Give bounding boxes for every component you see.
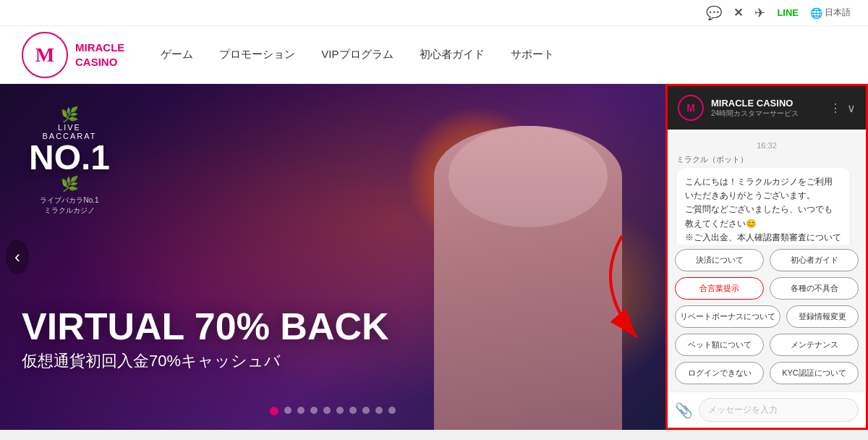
dot-10[interactable] — [388, 407, 396, 414]
dot-2[interactable] — [284, 407, 292, 414]
twitter-icon[interactable]: ✕ — [733, 6, 743, 20]
chat-btn-payment[interactable]: 決済について — [675, 249, 764, 271]
chat-time-1: 16:32 — [676, 141, 857, 150]
chat-panel: M MIRACLE CASINO 24時間カスタマーサービス ⋮ ∨ 16:32… — [665, 84, 868, 430]
chat-header-buttons: ⋮ ∨ — [830, 101, 856, 115]
badge-sub2: ミラクルカジノ — [29, 206, 110, 216]
nav-item-promo[interactable]: プロモーション — [219, 48, 295, 62]
lang-text: 日本語 — [825, 7, 851, 19]
dot-9[interactable] — [375, 407, 383, 414]
chat-icon[interactable]: 💬 — [706, 5, 722, 21]
hero-prev-arrow[interactable]: ‹ — [6, 240, 29, 274]
chat-btn-beginner[interactable]: 初心者ガイド — [770, 249, 859, 271]
telegram-icon[interactable]: ✈ — [754, 5, 765, 21]
top-bar: 💬 ✕ ✈ LINE 🌐 日本語 — [0, 0, 868, 26]
badge-no1: NO.1 — [29, 140, 110, 175]
chat-btn-row-2: 合言葉提示 各種の不具合 — [675, 277, 859, 300]
main-content: ₿ ₿ 🌿 LIVE BACCARAT NO.1 🌿 ライブバカラNo.1 ミラ… — [0, 84, 868, 430]
dot-5[interactable] — [323, 407, 331, 414]
woman-figure — [434, 126, 622, 430]
nav-menu: ゲーム プロモーション VIPプログラム 初心者ガイド サポート — [161, 48, 553, 62]
nav-item-support[interactable]: サポート — [511, 48, 554, 62]
line-label[interactable]: LINE — [777, 7, 799, 18]
chat-footer: 📎 メッセージを入力 — [668, 392, 866, 428]
logo-text: MIRACLE CASINO — [75, 41, 124, 69]
badge-leaf-top: 🌿 — [29, 106, 110, 123]
badge-live: LIVE — [29, 123, 110, 132]
hero-title: VIRTUAL 70% BACK — [22, 306, 389, 347]
hero-dots — [270, 407, 396, 415]
hero-text-area: VIRTUAL 70% BACK 仮想通貨初回入金70%キャッシュバ — [22, 306, 389, 372]
dot-3[interactable] — [297, 407, 305, 414]
chat-bubble: こんにちは！ミラクルカジノをご利用いただきありがとうございます。ご質問などござい… — [676, 168, 850, 245]
chat-logo: M — [678, 95, 704, 121]
dot-8[interactable] — [362, 407, 370, 414]
chat-btn-row-4: ベット額について メンテナンス — [675, 334, 859, 356]
dot-4[interactable] — [310, 407, 318, 414]
chat-input[interactable]: メッセージを入力 — [699, 398, 859, 422]
dot-6[interactable] — [336, 407, 344, 414]
nav-item-game[interactable]: ゲーム — [161, 48, 193, 62]
chat-body: 16:32 ミラクル（ボット） こんにちは！ミラクルカジノをご利用いただきありが… — [668, 130, 866, 245]
logo-letter: M — [35, 43, 54, 67]
chat-minimize-button[interactable]: ∨ — [847, 101, 856, 115]
chat-header-sub: 24時間カスタマーサービス — [711, 109, 822, 119]
badge-sub1: ライブバカラNo.1 — [29, 195, 110, 206]
nav-item-beginner[interactable]: 初心者ガイド — [420, 48, 485, 62]
chat-btn-login[interactable]: ログインできない — [675, 362, 764, 384]
chat-header: M MIRACLE CASINO 24時間カスタマーサービス ⋮ ∨ — [668, 86, 866, 130]
chat-more-button[interactable]: ⋮ — [830, 101, 841, 115]
chat-btn-passphrase[interactable]: 合言葉提示 — [675, 277, 764, 300]
chat-header-info: MIRACLE CASINO 24時間カスタマーサービス — [711, 98, 822, 119]
hero-banner: ₿ ₿ 🌿 LIVE BACCARAT NO.1 🌿 ライブバカラNo.1 ミラ… — [0, 84, 665, 430]
chat-btn-trouble[interactable]: 各種の不具合 — [770, 277, 859, 300]
chat-btn-maintenance[interactable]: メンテナンス — [770, 334, 859, 356]
chat-btn-row-3: リベートボーナスについて 登録情報変更 — [675, 305, 859, 328]
chat-btn-reg-change[interactable]: 登録情報変更 — [786, 305, 859, 328]
hero-subtitle: 仮想通貨初回入金70%キャッシュバ — [22, 350, 389, 372]
attach-icon[interactable]: 📎 — [675, 402, 693, 419]
chat-sender: ミラクル（ボット） — [676, 154, 857, 165]
logo-circle: M — [22, 32, 68, 78]
badge-area: 🌿 LIVE BACCARAT NO.1 🌿 ライブバカラNo.1 ミラクルカジ… — [29, 106, 110, 216]
chat-btn-row-1: 決済について 初心者ガイド — [675, 249, 859, 271]
chat-header-title: MIRACLE CASINO — [711, 98, 822, 109]
globe-icon: 🌐 — [810, 7, 822, 19]
chat-quick-buttons: 決済について 初心者ガイド 合言葉提示 各種の不具合 リベートボーナスについて … — [668, 245, 866, 392]
chat-btn-row-5: ログインできない KYC認証について — [675, 362, 859, 384]
chat-btn-kyc[interactable]: KYC認証について — [770, 362, 859, 384]
language-selector[interactable]: 🌐 日本語 — [810, 7, 851, 19]
badge-leaf-bottom: 🌿 — [29, 175, 110, 192]
chat-btn-bet[interactable]: ベット額について — [675, 334, 764, 356]
dot-1[interactable] — [270, 407, 278, 415]
nav-item-vip[interactable]: VIPプログラム — [321, 48, 393, 62]
main-nav: M MIRACLE CASINO ゲーム プロモーション VIPプログラム 初心… — [0, 26, 868, 84]
chat-btn-rebate[interactable]: リベートボーナスについて — [675, 305, 780, 328]
logo-area[interactable]: M MIRACLE CASINO — [22, 32, 124, 78]
dot-7[interactable] — [349, 407, 357, 414]
